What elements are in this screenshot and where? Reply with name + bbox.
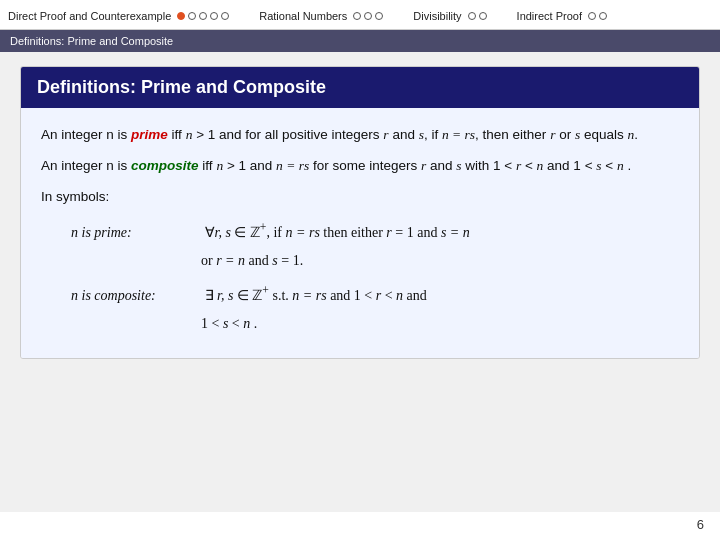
nav-title-divisibility: Divisibility xyxy=(413,10,461,22)
composite-symbol-row-2: 1 < s < n . xyxy=(201,310,679,338)
prime-symbol-text: ∀r, s ∈ ℤ+, if n = rs then either r = 1 … xyxy=(205,225,470,240)
symbols-label: In symbols: xyxy=(41,186,679,209)
nav-dot-rn-1[interactable] xyxy=(353,12,361,20)
definition-card-header: Definitions: Prime and Composite xyxy=(21,67,699,108)
nav-dot-2[interactable] xyxy=(188,12,196,20)
nav-dot-5[interactable] xyxy=(221,12,229,20)
composite-symbol-row-1: n is composite: ∃ r, s ∈ ℤ+ s.t. n = rs … xyxy=(71,279,679,310)
symbols-section: In symbols: n is prime: ∀r, s ∈ ℤ+, if n… xyxy=(41,186,679,338)
nav-section-rational-numbers[interactable]: Rational Numbers xyxy=(259,10,383,22)
main-content: Definitions: Prime and Composite An inte… xyxy=(0,52,720,512)
nav-dot-rn-2[interactable] xyxy=(364,12,372,20)
top-nav: Direct Proof and Counterexample Rational… xyxy=(0,0,720,30)
definition-card: Definitions: Prime and Composite An inte… xyxy=(20,66,700,359)
definition-card-title: Definitions: Prime and Composite xyxy=(37,77,326,97)
nav-title-indirect-proof: Indirect Proof xyxy=(517,10,582,22)
prime-def-text-1: An integer n is xyxy=(41,127,127,142)
nav-dots-divisibility xyxy=(468,12,487,20)
composite-symbol-text: ∃ r, s ∈ ℤ+ s.t. n = rs and 1 < r < n an… xyxy=(205,288,427,303)
page-number: 6 xyxy=(697,517,704,532)
composite-symbol-text-2: 1 < s < n . xyxy=(201,316,257,331)
nav-dot-1[interactable] xyxy=(177,12,185,20)
nav-title-direct-proof: Direct Proof and Counterexample xyxy=(8,10,171,22)
nav-dot-4[interactable] xyxy=(210,12,218,20)
math-block: n is prime: ∀r, s ∈ ℤ+, if n = rs then e… xyxy=(71,217,679,338)
composite-word: composite xyxy=(131,158,199,173)
nav-dots-direct-proof xyxy=(177,12,229,20)
nav-title-rational-numbers: Rational Numbers xyxy=(259,10,347,22)
prime-definition: An integer n is prime iff n > 1 and for … xyxy=(41,124,679,147)
nav-dot-3[interactable] xyxy=(199,12,207,20)
prime-symbol-row-2: or r = n and s = 1. xyxy=(201,247,679,275)
nav-dots-rational-numbers xyxy=(353,12,383,20)
nav-dot-div-2[interactable] xyxy=(479,12,487,20)
breadcrumb: Definitions: Prime and Composite xyxy=(10,35,173,47)
breadcrumb-bar: Definitions: Prime and Composite xyxy=(0,30,720,52)
nav-section-divisibility[interactable]: Divisibility xyxy=(413,10,486,22)
nav-dot-rn-3[interactable] xyxy=(375,12,383,20)
nav-section-indirect-proof[interactable]: Indirect Proof xyxy=(517,10,607,22)
definition-card-body: An integer n is prime iff n > 1 and for … xyxy=(21,108,699,358)
prime-symbol-row-1: n is prime: ∀r, s ∈ ℤ+, if n = rs then e… xyxy=(71,217,679,248)
nav-section-direct-proof[interactable]: Direct Proof and Counterexample xyxy=(8,10,229,22)
nav-dots-indirect-proof xyxy=(588,12,607,20)
prime-word: prime xyxy=(131,127,168,142)
nav-dot-ip-2[interactable] xyxy=(599,12,607,20)
composite-def-text-1: An integer n is xyxy=(41,158,127,173)
composite-definition: An integer n is composite iff n > 1 and … xyxy=(41,155,679,178)
prime-symbol-label: n is prime: xyxy=(71,219,201,247)
composite-def-text-2: iff n > 1 and n = rs for some integers r… xyxy=(202,158,631,173)
prime-def-text-2: iff n > 1 and for all positive integers … xyxy=(172,127,638,142)
nav-dot-ip-1[interactable] xyxy=(588,12,596,20)
nav-dot-div-1[interactable] xyxy=(468,12,476,20)
composite-symbol-label: n is composite: xyxy=(71,282,201,310)
prime-symbol-text-2: or r = n and s = 1. xyxy=(201,253,303,268)
